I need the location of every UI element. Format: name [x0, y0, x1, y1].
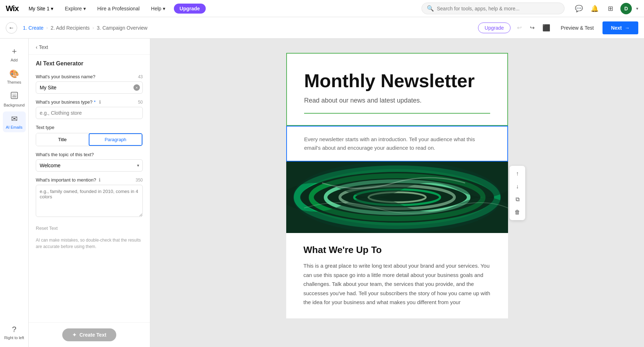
business-type-count: 50	[138, 100, 143, 105]
chevron-down-icon: ▾	[83, 6, 86, 11]
email-image-section	[286, 162, 508, 233]
site-name-label: My Site 1	[29, 6, 49, 11]
nav-icons: 💬 🔔 ⊞ D ▾	[573, 3, 638, 14]
duplicate-button[interactable]: ⧉	[512, 194, 523, 205]
business-type-group: What's your business type? * ℹ 50	[36, 99, 143, 119]
undo-redo: ↩ ↪	[513, 22, 538, 34]
sparkle-icon: ✦	[72, 332, 77, 338]
explore-button[interactable]: Explore ▾	[62, 4, 88, 13]
canvas-area[interactable]: Monthly Newsletter Read about our news a…	[150, 39, 644, 347]
move-up-button[interactable]: ↑	[512, 168, 523, 179]
move-down-button[interactable]: ↓	[512, 181, 523, 192]
sidebar-item-themes[interactable]: 🎨 Themes	[3, 66, 26, 87]
email-canvas-wrapper: Monthly Newsletter Read about our news a…	[286, 53, 508, 333]
email-canvas: Monthly Newsletter Read about our news a…	[286, 53, 508, 318]
redo-button[interactable]: ↪	[526, 22, 538, 34]
main-layout: ＋ Add 🎨 Themes Background ✉ AI Emails ? …	[0, 39, 644, 347]
important-label: What's important to mention? ℹ	[36, 177, 101, 183]
chevron-down-icon: ▾	[51, 6, 53, 11]
info-icon[interactable]: ℹ	[99, 99, 101, 105]
panel-title: AI Text Generator	[36, 60, 143, 67]
business-type-input-wrapper	[36, 107, 143, 119]
breadcrumb-sep2: ›	[93, 25, 94, 30]
email-intro-text: Every newsletter starts with an introduc…	[304, 135, 490, 152]
delete-button[interactable]: 🗑	[512, 207, 523, 218]
text-type-buttons: Title Paragraph	[36, 133, 143, 146]
chevron-down-icon: ▾	[163, 6, 165, 11]
next-button[interactable]: Next →	[602, 21, 638, 34]
email-title: Monthly Newsletter	[304, 71, 490, 91]
preview-test-button[interactable]: Preview & Test	[555, 22, 599, 34]
help-button[interactable]: Help ▾	[148, 4, 168, 13]
ai-disclaimer: AI can make mistakes, so double-check th…	[36, 237, 143, 250]
paragraph-type-button[interactable]: Paragraph	[89, 133, 143, 146]
undo-button[interactable]: ↩	[513, 22, 525, 34]
email-section-title: What We're Up To	[303, 244, 491, 256]
chevron-left-icon: ‹	[36, 44, 38, 50]
themes-icon: 🎨	[9, 69, 19, 79]
sidebar-item-add[interactable]: ＋ Add	[3, 43, 26, 65]
breadcrumb-sep1: ›	[47, 25, 48, 30]
bell-icon[interactable]: 🔔	[589, 3, 600, 14]
important-textarea[interactable]	[36, 185, 143, 217]
business-type-label: What's your business type? * ℹ	[36, 99, 101, 105]
create-text-button[interactable]: ✦ Create Text	[62, 328, 116, 341]
panel: ‹ Text AI Text Generator What's your bus…	[29, 39, 150, 347]
clear-business-name-button[interactable]: ×	[133, 84, 140, 91]
back-button[interactable]: ←	[6, 22, 17, 34]
breadcrumb-step2[interactable]: 2. Add Recipients	[51, 25, 90, 31]
panel-content: AI Text Generator What's your business n…	[29, 55, 150, 322]
business-name-group: What's your business name? 43 ×	[36, 74, 143, 94]
hire-professional-button[interactable]: Hire a Professional	[94, 4, 142, 13]
business-type-input[interactable]	[36, 107, 143, 119]
wix-logo: Wix	[6, 4, 19, 13]
upgrade-button[interactable]: Upgrade	[174, 4, 206, 14]
panel-footer: ✦ Create Text	[29, 322, 150, 347]
business-name-input[interactable]	[36, 81, 143, 94]
email-header-section: Monthly Newsletter Read about our news a…	[286, 53, 508, 126]
email-body-text: This is a great place to write long text…	[303, 261, 491, 307]
panel-back-button[interactable]: ‹ Text	[36, 44, 48, 50]
site-name-button[interactable]: My Site 1 ▾	[26, 4, 56, 13]
ai-emails-icon: ✉	[11, 114, 18, 124]
important-group: What's important to mention? ℹ 350	[36, 177, 143, 218]
sidebar-item-background[interactable]: Background	[3, 89, 26, 110]
topic-select[interactable]: Welcome Product Update Announcement	[36, 159, 143, 172]
email-intro-section: Every newsletter starts with an introduc…	[286, 126, 508, 162]
topic-group: What's the topic of this text? Welcome P…	[36, 152, 143, 172]
topic-label: What's the topic of this text?	[36, 152, 94, 157]
title-type-button[interactable]: Title	[36, 133, 89, 146]
email-content-section: What We're Up To This is a great place t…	[286, 233, 508, 318]
chevron-down-icon: ▾	[636, 6, 638, 11]
search-input[interactable]	[437, 6, 559, 11]
sidebar-item-right-to-left[interactable]: ? Right to left	[3, 322, 26, 343]
floating-actions: ↑ ↓ ⧉ 🗑	[509, 166, 525, 220]
email-subtitle: Read about our news and latest updates.	[304, 97, 490, 104]
icon-sidebar: ＋ Add 🎨 Themes Background ✉ AI Emails ? …	[0, 39, 29, 347]
reset-text-button[interactable]: Reset Text	[36, 225, 58, 231]
info-icon2[interactable]: ℹ	[99, 177, 101, 183]
text-type-label: Text type	[36, 125, 143, 130]
background-icon	[10, 91, 18, 101]
breadcrumb-step1[interactable]: 1. Create	[23, 25, 44, 31]
search-bar: 🔍	[421, 3, 565, 14]
desktop-view-button[interactable]: ⬛	[541, 22, 552, 34]
panel-header: ‹ Text	[29, 39, 150, 55]
breadcrumb-step3[interactable]: 3. Campaign Overview	[97, 25, 148, 31]
grid-icon[interactable]: ⊞	[605, 3, 616, 14]
email-divider	[304, 113, 490, 114]
search-icon: 🔍	[427, 5, 434, 12]
sidebar-item-ai-emails[interactable]: ✉ AI Emails	[3, 111, 26, 132]
important-count: 350	[136, 178, 143, 183]
rtl-icon: ?	[12, 325, 16, 334]
create-text-label: Create Text	[79, 332, 106, 338]
avatar[interactable]: D	[620, 3, 632, 14]
business-name-input-wrapper: ×	[36, 81, 143, 94]
chat-icon[interactable]: 💬	[573, 3, 585, 14]
sub-nav-actions: Upgrade ↩ ↪ ⬛ Preview & Test Next →	[478, 21, 638, 34]
upgrade-outline-button[interactable]: Upgrade	[478, 23, 511, 33]
sub-nav: ← 1. Create › 2. Add Recipients › 3. Cam…	[0, 17, 644, 39]
email-image	[286, 162, 508, 233]
topic-select-wrapper: Welcome Product Update Announcement	[36, 159, 143, 172]
required-star: *	[94, 99, 96, 105]
